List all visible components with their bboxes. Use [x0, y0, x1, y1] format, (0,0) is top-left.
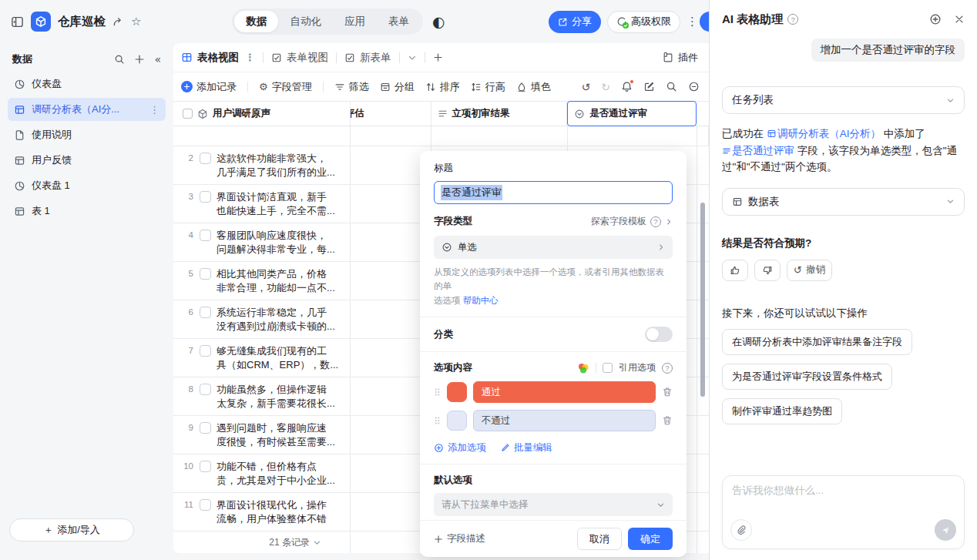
- topbar-tab-自动化[interactable]: 自动化: [278, 11, 333, 32]
- collapse-sidebar-icon[interactable]: «: [154, 53, 161, 65]
- task-list-card[interactable]: 任务列表: [722, 86, 965, 114]
- item-more-icon[interactable]: ⋮: [149, 104, 159, 116]
- ai-chat-input[interactable]: [732, 484, 955, 507]
- add-record-button[interactable]: 添加记录: [181, 80, 237, 94]
- comment-icon[interactable]: [688, 81, 700, 92]
- expand-record-icon[interactable]: [200, 307, 211, 318]
- tab-grid-view[interactable]: 表格视图 ⋮: [181, 51, 255, 65]
- sidebar-item[interactable]: 使用说明: [8, 123, 166, 146]
- add-view-button[interactable]: [433, 52, 443, 62]
- app-logo-icon[interactable]: [31, 12, 51, 32]
- topbar-tab-应用[interactable]: 应用: [333, 11, 377, 32]
- expand-record-icon[interactable]: [200, 153, 211, 164]
- ai-suggestion-button[interactable]: 制作评审通过率趋势图: [722, 398, 842, 424]
- add-option-button[interactable]: 添加选项: [434, 441, 486, 454]
- advanced-permission-button[interactable]: 高级权限: [607, 11, 680, 33]
- palette-icon[interactable]: [577, 362, 589, 374]
- cancel-button[interactable]: 取消: [577, 528, 622, 550]
- thumbs-up-button[interactable]: [722, 260, 748, 281]
- field-manage-button[interactable]: ⚙ 字段管理: [259, 80, 312, 94]
- help-center-link[interactable]: 帮助中心: [463, 296, 499, 305]
- expand-record-icon[interactable]: [200, 268, 211, 280]
- ai-suggestion-button[interactable]: 在调研分析表中添加评审结果备注字段: [722, 329, 912, 355]
- help-icon[interactable]: ?: [662, 363, 673, 374]
- expand-record-icon[interactable]: [200, 461, 211, 472]
- more-icon[interactable]: ⋮: [687, 15, 698, 29]
- redo-icon[interactable]: ↻: [601, 81, 610, 93]
- tab-form-view[interactable]: 表单视图: [271, 51, 328, 65]
- column-header-eval[interactable]: 评估: [351, 102, 431, 126]
- notification-bell-icon[interactable]: [621, 81, 633, 92]
- category-toggle[interactable]: [645, 327, 673, 342]
- batch-edit-button[interactable]: 批量编辑: [500, 441, 552, 454]
- option-color-swatch[interactable]: [447, 382, 467, 402]
- field-link[interactable]: 是否通过评审: [722, 145, 794, 156]
- edit-form-icon[interactable]: [643, 81, 655, 92]
- group-button[interactable]: 分组: [380, 80, 415, 94]
- quote-option-checkbox[interactable]: [603, 363, 613, 373]
- sidebar-item[interactable]: 调研分析表（AI分... ⋮: [8, 98, 166, 121]
- tab-new-form[interactable]: 新表单: [344, 51, 391, 65]
- topbar: 仓库巡检 ☆ 数据自动化应用表单 ◐ 分享: [0, 0, 709, 43]
- column-header-pass-review-selected[interactable]: 是否通过评审: [567, 101, 697, 126]
- attachment-button[interactable]: [730, 519, 752, 541]
- option-name-input[interactable]: 不通过: [473, 410, 656, 431]
- vertical-scrollbar[interactable]: [700, 203, 705, 397]
- topbar-tab-数据[interactable]: 数据: [234, 11, 278, 32]
- help-icon[interactable]: ?: [650, 216, 661, 227]
- theme-toggle-icon[interactable]: ◐: [432, 13, 445, 30]
- expand-record-icon[interactable]: [200, 422, 211, 434]
- record-count[interactable]: 21 条记录: [269, 536, 310, 549]
- sidebar-item[interactable]: 用户反馈: [8, 149, 166, 172]
- new-chat-icon[interactable]: [929, 13, 942, 25]
- ai-suggestion-button[interactable]: 为是否通过评审字段设置条件格式: [722, 364, 892, 390]
- search-table-icon[interactable]: [666, 81, 677, 92]
- select-all-checkbox[interactable]: [183, 109, 193, 119]
- add-icon[interactable]: [134, 54, 145, 65]
- confirm-button[interactable]: 确定: [628, 528, 673, 550]
- expand-record-icon[interactable]: [200, 230, 211, 241]
- column-header-review-result[interactable]: 立项初审结果: [431, 102, 568, 126]
- view-list-dropdown[interactable]: [408, 53, 417, 62]
- fill-color-button[interactable]: 填色: [516, 80, 551, 94]
- add-import-button[interactable]: ＋ 添加/导入: [9, 518, 134, 542]
- plugin-button[interactable]: 插件: [663, 51, 698, 65]
- field-description-button[interactable]: 字段描述: [434, 532, 485, 545]
- explore-field-template-link[interactable]: 探索字段模板 ?: [591, 215, 673, 228]
- expand-record-icon[interactable]: [200, 345, 211, 357]
- topbar-tab-表单[interactable]: 表单: [377, 11, 421, 32]
- default-option-select[interactable]: 请从下拉菜单中选择: [434, 493, 673, 516]
- expand-record-icon[interactable]: [200, 384, 211, 395]
- undo-icon[interactable]: ↺: [582, 81, 591, 93]
- trash-icon[interactable]: [662, 387, 673, 397]
- sidebar-item[interactable]: 仪表盘: [8, 72, 166, 96]
- drag-handle-icon[interactable]: [434, 415, 441, 426]
- star-icon[interactable]: ☆: [131, 15, 141, 29]
- forward-icon[interactable]: [112, 16, 124, 28]
- field-type-select[interactable]: 单选: [434, 236, 673, 259]
- expand-record-icon[interactable]: [200, 191, 211, 203]
- row-height-button[interactable]: 行高: [471, 80, 505, 94]
- collapse-panel-icon[interactable]: [11, 15, 24, 29]
- filter-button[interactable]: 筛选: [334, 80, 369, 94]
- help-icon[interactable]: ?: [787, 14, 798, 25]
- close-icon[interactable]: [954, 14, 965, 25]
- trash-icon[interactable]: [662, 415, 673, 426]
- table-link[interactable]: 调研分析表（AI分析）: [767, 128, 881, 139]
- send-button[interactable]: [935, 519, 956, 541]
- drag-handle-icon[interactable]: [434, 387, 441, 397]
- sidebar-item[interactable]: 表 1: [8, 200, 166, 223]
- option-color-swatch[interactable]: [447, 411, 467, 431]
- column-header-primary[interactable]: 用户调研原声: [173, 102, 351, 126]
- data-table-card[interactable]: 数据表: [722, 188, 965, 216]
- expand-record-icon[interactable]: [200, 499, 211, 511]
- sidebar-item[interactable]: 仪表盘 1: [8, 174, 166, 197]
- undo-button[interactable]: ↺ 撤销: [787, 260, 832, 281]
- field-title-input[interactable]: 是否通过评审: [434, 181, 673, 204]
- option-name-input[interactable]: 通过: [473, 381, 656, 403]
- search-icon[interactable]: [114, 54, 125, 65]
- view-more-icon[interactable]: ⋮: [245, 52, 255, 63]
- sort-button[interactable]: 排序: [425, 80, 460, 94]
- thumbs-down-button[interactable]: [754, 260, 781, 281]
- share-button[interactable]: 分享: [549, 11, 601, 33]
